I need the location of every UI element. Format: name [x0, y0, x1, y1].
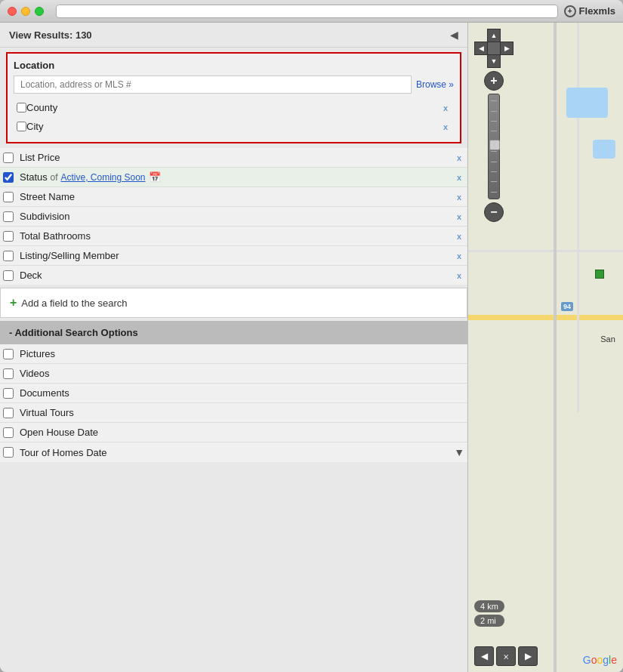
nav-down-button[interactable]: ▼: [487, 54, 501, 68]
open-house-date-checkbox[interactable]: [3, 427, 14, 438]
pictures-checkbox[interactable]: [3, 349, 14, 359]
calendar-icon[interactable]: 📅: [149, 171, 161, 183]
zoom-handle[interactable]: [489, 140, 500, 150]
listing-selling-member-label: Listing/Selling Member: [20, 250, 454, 261]
subdivision-checkbox[interactable]: [3, 211, 14, 222]
scale-km: 4 km: [474, 600, 504, 612]
highway-number: 94: [563, 303, 571, 310]
map-road-horizontal: [468, 315, 623, 320]
add-field-label: Add a field to the search: [21, 297, 127, 309]
highway-badge: 94: [561, 302, 573, 311]
tour-of-homes-label: Tour of Homes Date: [20, 447, 454, 458]
documents-checkbox[interactable]: [3, 388, 14, 399]
location-input-row: Browse »: [14, 76, 454, 94]
url-bar[interactable]: [56, 5, 558, 18]
list-item: Total Bathrooms x: [0, 227, 467, 246]
status-remove-icon[interactable]: x: [454, 173, 464, 182]
zoom-mark: [491, 100, 497, 101]
list-item: Street Name x: [0, 187, 467, 207]
list-item: Deck x: [0, 266, 467, 285]
map-prev-button[interactable]: ◀: [474, 646, 494, 666]
add-field-button[interactable]: + Add a field to the search: [0, 288, 467, 318]
app-brand: + Flexmls: [564, 5, 615, 17]
deck-remove-icon[interactable]: x: [454, 271, 464, 280]
county-checkbox[interactable]: [17, 103, 26, 113]
subdivision-remove-icon[interactable]: x: [454, 212, 464, 221]
map-next-button[interactable]: ▶: [518, 646, 538, 666]
status-checkbox[interactable]: [3, 172, 14, 183]
maximize-button[interactable]: [35, 7, 44, 16]
nav-up-button[interactable]: ▲: [487, 29, 501, 42]
collapse-arrow-icon[interactable]: ◀: [450, 29, 458, 41]
traffic-lights: [8, 7, 44, 16]
list-item: Status ofActive, Coming Soon📅 x: [0, 168, 467, 187]
zoom-mark: [491, 162, 497, 162]
map-area[interactable]: 94 San ▲ ▼ ◀ ▶: [468, 23, 623, 672]
videos-label: Videos: [20, 368, 464, 379]
map-panel: 94 San ▲ ▼ ◀ ▶: [468, 23, 623, 672]
street-name-remove-icon[interactable]: x: [454, 193, 464, 202]
additional-options-title: - Additional Search Options: [9, 327, 138, 338]
list-item: Videos: [0, 364, 467, 384]
status-of-text: of: [50, 172, 57, 183]
list-item: Documents: [0, 384, 467, 403]
street-name-checkbox[interactable]: [3, 192, 14, 202]
additional-options-header[interactable]: - Additional Search Options: [0, 321, 467, 344]
map-marker[interactable]: [595, 270, 604, 279]
virtual-tours-checkbox[interactable]: [3, 408, 14, 418]
nav-right-button[interactable]: ▶: [500, 42, 514, 55]
listing-selling-member-remove-icon[interactable]: x: [454, 251, 464, 260]
list-price-remove-icon[interactable]: x: [454, 153, 464, 162]
list-item: Virtual Tours: [0, 403, 467, 423]
zoom-mark: [491, 181, 497, 182]
county-remove-icon[interactable]: x: [440, 103, 451, 113]
map-water-feature-2: [593, 140, 615, 159]
view-results-label: View Results: 130: [9, 29, 92, 41]
list-price-checkbox[interactable]: [3, 153, 14, 163]
total-bathrooms-checkbox[interactable]: [3, 231, 14, 242]
city-remove-icon[interactable]: x: [440, 122, 451, 131]
zoom-mark: [491, 111, 497, 112]
map-expand-button[interactable]: ⨯: [496, 646, 516, 666]
total-bathrooms-remove-icon[interactable]: x: [454, 232, 464, 241]
close-button[interactable]: [8, 7, 17, 16]
total-bathrooms-label: Total Bathrooms: [20, 230, 454, 242]
main-area: View Results: 130 ◀ Location Browse » Co…: [0, 23, 623, 672]
nav-center: [487, 42, 501, 55]
zoom-mark: [491, 121, 497, 122]
pictures-label: Pictures: [20, 348, 464, 359]
open-house-date-label: Open House Date: [20, 427, 464, 438]
map-bottom-controls: ◀ ⨯ ▶: [474, 646, 538, 666]
location-input[interactable]: [14, 76, 412, 94]
browse-link[interactable]: Browse »: [416, 79, 454, 90]
google-g: G: [583, 654, 591, 666]
zoom-mark: [491, 192, 497, 193]
county-row: County x: [14, 98, 454, 117]
google-g2: g: [603, 654, 609, 666]
city-label: San: [600, 334, 615, 344]
list-item: Subdivision x: [0, 207, 467, 227]
city-checkbox[interactable]: [17, 122, 26, 131]
search-scroll-area[interactable]: Location Browse » County x City: [0, 48, 467, 672]
map-road-vertical: [554, 23, 557, 672]
virtual-tours-label: Virtual Tours: [20, 407, 464, 418]
zoom-slider[interactable]: [488, 94, 500, 199]
tour-of-homes-checkbox[interactable]: [3, 447, 14, 458]
zoom-in-button[interactable]: +: [484, 71, 504, 91]
videos-checkbox[interactable]: [3, 368, 14, 379]
zoom-mark: [491, 151, 497, 152]
street-name-label: Street Name: [20, 191, 454, 202]
map-controls: ▲ ▼ ◀ ▶ +: [474, 29, 514, 222]
nav-left-button[interactable]: ◀: [474, 42, 488, 55]
zoom-mark: [491, 131, 497, 131]
listing-selling-member-checkbox[interactable]: [3, 251, 14, 261]
zoom-out-button[interactable]: −: [484, 202, 504, 222]
status-label: Status ofActive, Coming Soon📅: [20, 171, 454, 183]
additional-options-list: Pictures Videos Documents Virtual Tours: [0, 344, 467, 462]
minimize-button[interactable]: [21, 7, 30, 16]
scroll-down-indicator: ▼: [454, 446, 464, 458]
status-values-link[interactable]: Active, Coming Soon: [60, 172, 145, 183]
view-results-bar: View Results: 130 ◀: [0, 23, 467, 48]
field-list: List Price x Status ofActive, Coming Soo…: [0, 148, 467, 285]
deck-checkbox[interactable]: [3, 270, 14, 281]
